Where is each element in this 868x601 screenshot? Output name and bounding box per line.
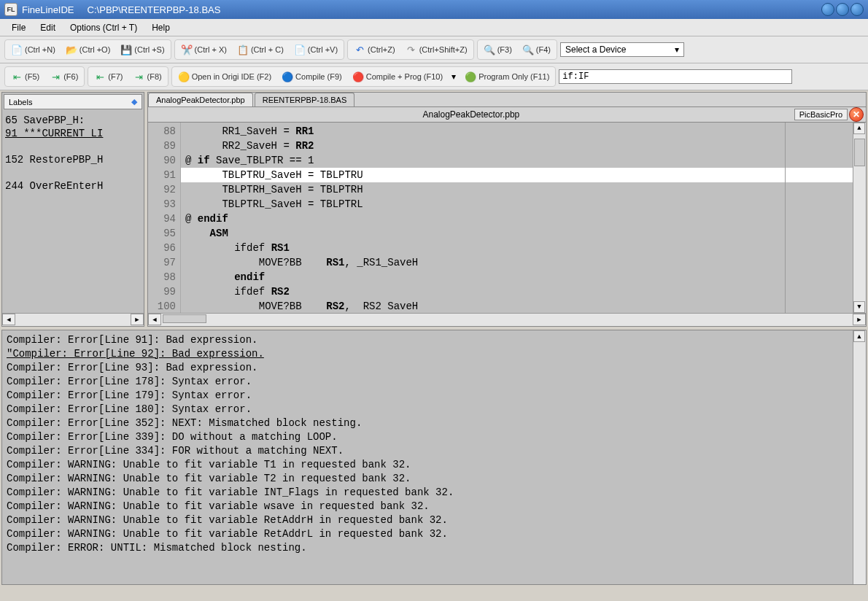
open-origi-ide-button[interactable]: 🟡Open in Origi IDE (F2) (174, 69, 276, 85)
indent-right-icon: ⇥ (50, 71, 61, 82)
open-folder-icon: 📂 (66, 44, 77, 55)
output-line[interactable]: Compiler: Error[Line 91]: Bad expression… (7, 333, 848, 347)
scroll-left-icon[interactable]: ◄ (2, 314, 15, 325)
scroll-up-icon[interactable]: ▲ (853, 123, 865, 134)
program-only-button[interactable]: 🟢Program Only (F11) (460, 69, 554, 85)
code-line[interactable]: @ if Save_TBLPTR == 1 (181, 153, 853, 168)
cut-button[interactable]: ✂️(Ctrl + X) (177, 42, 231, 58)
comment-icon: ⇤ (94, 71, 106, 82)
output-line[interactable]: Compiler: Error[Line 352]: NEXT: Mismatc… (7, 416, 848, 430)
output-line[interactable]: Compiler: WARNING: Unable to fit variabl… (7, 513, 848, 527)
if-input[interactable] (559, 69, 792, 84)
output-line[interactable]: Compiler: WARNING: Unable to fit variabl… (7, 527, 848, 541)
find-next-button[interactable]: 🔍(F4) (518, 42, 555, 58)
uncomment-icon: ⇥ (133, 71, 145, 82)
compiler-output[interactable]: Compiler: Error[Line 91]: Bad expression… (2, 330, 853, 584)
scroll-thumb[interactable] (854, 139, 865, 166)
output-line[interactable]: Compiler: Error[Line 93]: Bad expression… (7, 361, 848, 375)
output-line[interactable]: Compiler: Error[Line 339]: DO without a … (7, 430, 848, 444)
copy-icon: 📋 (237, 44, 249, 55)
label-item[interactable]: 244 OverReEnterH (5, 179, 141, 193)
f5-button[interactable]: ⇤(F5) (7, 69, 44, 85)
menu-edit[interactable]: Edit (33, 20, 63, 35)
scroll-up-icon[interactable]: ▲ (853, 330, 865, 342)
code-line[interactable]: @ endif (181, 212, 853, 226)
chevron-down-icon: ▾ (675, 44, 679, 55)
code-editor[interactable]: 888990919293949596979899100 RR1_SaveH = … (148, 123, 866, 313)
minimize-button[interactable] (821, 3, 834, 16)
tab-reenterpbp-18-bas[interactable]: REENTERPBP-18.BAS (255, 93, 355, 106)
dropdown-arrow-icon[interactable]: ▾ (449, 71, 459, 82)
output-line[interactable]: "Compiler: Error[Line 92]: Bad expressio… (7, 347, 848, 361)
f7-button[interactable]: ⇤(F7) (90, 69, 127, 85)
search-next-icon: 🔍 (522, 44, 534, 55)
open-button[interactable]: 📂(Ctrl +O) (61, 42, 115, 58)
find-button[interactable]: 🔍(F3) (479, 42, 516, 58)
f6-button[interactable]: ⇥(F6) (45, 69, 82, 85)
file-ops-group: 📄(Ctrl +N) 📂(Ctrl +O) 💾(Ctrl +S) (4, 39, 171, 60)
code-line[interactable]: RR1_SaveH = RR1 (181, 124, 853, 139)
code-line[interactable]: ifdef RS1 (181, 241, 853, 255)
output-line[interactable]: Compiler: Error[Line 180]: Syntax error. (7, 403, 848, 416)
menu-help[interactable]: Help (144, 20, 177, 35)
paste-button[interactable]: 📄(Ctrl +V) (290, 42, 342, 58)
menu-options[interactable]: Options (Ctrl + T) (63, 20, 144, 35)
code-line[interactable]: endif (181, 270, 853, 284)
maximize-button[interactable] (836, 3, 849, 16)
new-file-icon: 📄 (11, 44, 23, 55)
save-button[interactable]: 💾(Ctrl +S) (116, 42, 168, 58)
redo-button[interactable]: ↷(Ctrl+Shift+Z) (401, 42, 472, 58)
output-line[interactable]: Compiler: Error[Line 179]: Syntax error. (7, 389, 848, 403)
scroll-left-icon[interactable]: ◄ (148, 314, 161, 325)
scroll-track[interactable] (15, 314, 131, 326)
output-line[interactable]: Compiler: ERROR: UNTIL: Mismatched block… (7, 541, 848, 555)
window-buttons (821, 3, 864, 16)
output-vscroll[interactable]: ▲ (853, 330, 866, 584)
output-line[interactable]: Compiler: WARNING: Unable to fit variabl… (7, 486, 848, 500)
code-line[interactable]: TBLPTRL_SaveH = TBLPTRL (181, 197, 853, 212)
code-line[interactable]: MOVE?BB RS2, RS2 SaveH (181, 299, 853, 313)
output-line[interactable]: Compiler: WARNING: Unable to fit variabl… (7, 472, 848, 486)
labels-list[interactable]: 65 SavePBP_H:91 ***CURRENT LI 152 Restor… (2, 111, 144, 313)
label-item[interactable]: 91 ***CURRENT LI (5, 127, 141, 140)
f8-button[interactable]: ⇥(F8) (129, 69, 166, 85)
copy-button[interactable]: 📋(Ctrl + C) (233, 42, 288, 58)
code-area[interactable]: RR1_SaveH = RR1 RR2_SaveH = RR2@ if Save… (181, 123, 853, 313)
tab-close-button[interactable]: ✕ (849, 107, 864, 122)
scroll-down-icon[interactable]: ▼ (853, 301, 865, 313)
save-icon: 💾 (120, 44, 132, 55)
code-line[interactable]: TBLPTRH_SaveH = TBLPTRH (181, 182, 853, 197)
output-line[interactable]: Compiler: WARNING: Unable to fit variabl… (7, 500, 848, 513)
output-line[interactable]: Compiler: Error[Line 334]: FOR without a… (7, 444, 848, 458)
device-select[interactable]: Select a Device ▾ (560, 42, 684, 57)
menu-file[interactable]: File (4, 20, 33, 35)
editor-vscroll[interactable]: ▲ ▼ (853, 123, 866, 313)
editor-pane: AnalogPeakDetector.pbpREENTERPBP-18.BAS … (147, 92, 867, 327)
new-button[interactable]: 📄(Ctrl +N) (7, 42, 60, 58)
labels-header[interactable]: Labels ◆ (4, 94, 142, 109)
scroll-right-icon[interactable]: ► (131, 314, 144, 325)
output-line[interactable]: Compiler: Error[Line 178]: Syntax error. (7, 375, 848, 389)
code-line[interactable]: ifdef RS2 (181, 284, 853, 299)
compile-button[interactable]: 🔵Compile (F9) (277, 69, 346, 85)
undo-button[interactable]: ↶(Ctrl+Z) (349, 42, 400, 58)
scroll-track[interactable] (161, 314, 853, 326)
compile-prog-button[interactable]: 🔴Compile + Prog (F10) (348, 69, 447, 85)
output-line[interactable]: Compiler: WARNING: Unable to fit variabl… (7, 458, 848, 472)
toolbar-row-2: ⇤(F5) ⇥(F6) ⇤(F7) ⇥(F8) 🟡Open in Origi I… (0, 63, 868, 90)
scroll-right-icon[interactable]: ► (853, 314, 866, 325)
code-line[interactable]: RR2_SaveH = RR2 (181, 139, 853, 153)
code-line[interactable]: MOVE?BB RS1, _RS1_SaveH (181, 255, 853, 270)
cut-icon: ✂️ (181, 44, 193, 55)
code-line[interactable]: TBLPTRU_SaveH = TBLPTRU (181, 168, 853, 182)
play-red-icon: 🔴 (352, 71, 364, 82)
labels-hscroll[interactable]: ◄ ► (2, 313, 144, 326)
close-window-button[interactable] (850, 3, 864, 16)
step-group-2: ⇤(F7) ⇥(F8) (88, 66, 168, 87)
hscroll-thumb[interactable] (163, 314, 206, 323)
tab-analogpeakdetector-pbp[interactable]: AnalogPeakDetector.pbp (148, 93, 253, 106)
label-item[interactable]: 152 RestorePBP_H (5, 153, 141, 166)
editor-hscroll[interactable]: ◄ ► (148, 313, 866, 326)
code-line[interactable]: ASM (181, 226, 853, 241)
label-item[interactable]: 65 SavePBP_H: (5, 114, 141, 127)
